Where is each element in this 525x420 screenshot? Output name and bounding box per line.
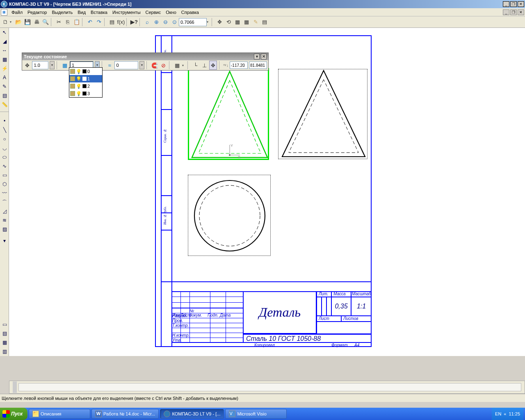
cut-button[interactable]: ✂	[54, 18, 63, 27]
pan-button[interactable]: ✥	[215, 18, 224, 27]
zoomwin-button[interactable]: ⌕	[143, 18, 152, 27]
step-input[interactable]	[32, 61, 48, 69]
zoomfit-button[interactable]: ⊙	[170, 18, 179, 27]
taskbar-item-3[interactable]: VMicrosoft Visio	[225, 409, 287, 419]
props-button[interactable]: ▤	[107, 18, 116, 27]
fillet-tool[interactable]: ⌒	[0, 198, 9, 206]
polygon-tool[interactable]: ⬡	[0, 180, 9, 188]
mdi-close[interactable]: ✕	[518, 9, 524, 15]
close-button[interactable]: ✕	[518, 1, 524, 7]
panel-btn2[interactable]: ▤	[0, 329, 9, 338]
refresh-button[interactable]: ▦	[233, 18, 242, 27]
chevron-down-icon[interactable]: ▾	[0, 237, 9, 245]
new-button[interactable]: 🗋	[1, 18, 10, 27]
rect-tool[interactable]: ▭	[0, 171, 9, 179]
snap-on-icon[interactable]: 🧲	[151, 61, 158, 70]
coord-y[interactable]	[249, 62, 267, 69]
ortho-icon[interactable]: └	[192, 61, 199, 70]
doc-icon: ▦	[1, 9, 7, 16]
panel-btn4[interactable]: ▥	[0, 347, 9, 356]
edit-tool[interactable]: ✎	[0, 82, 9, 91]
pointer-tool[interactable]: ↖	[0, 28, 9, 37]
circle-tool[interactable]: ○	[0, 135, 9, 143]
open-button[interactable]: 📂	[14, 18, 23, 27]
menu-insert[interactable]: Вставка	[88, 9, 110, 16]
spline-tool[interactable]: ∿	[0, 162, 9, 170]
restore-button[interactable]: ❐	[510, 1, 517, 7]
redo-button[interactable]: ↷	[94, 18, 103, 27]
minimize-button[interactable]: _	[503, 1, 509, 7]
layer-row-0[interactable]: 💡0	[69, 68, 102, 75]
menu-select[interactable]: Выделить	[49, 9, 75, 16]
float-titlebar[interactable]: Текущее состояние ▾ ✕	[22, 53, 268, 60]
layer-row-1[interactable]: 💡1	[69, 75, 102, 82]
text-tool[interactable]: А	[0, 73, 9, 82]
hatch-tool[interactable]: ▦	[0, 55, 9, 64]
vars-button[interactable]: f(x)	[116, 18, 126, 27]
system-tray[interactable]: EN « 11:25	[492, 408, 523, 420]
start-button[interactable]: Пуск	[0, 408, 27, 420]
geometry-tool[interactable]: ◢	[0, 37, 9, 46]
arc-tool[interactable]: ◡	[0, 144, 9, 152]
measure-tool[interactable]: 📏	[0, 100, 9, 109]
float-dropdown-icon[interactable]: ▾	[254, 54, 260, 59]
float-close-icon[interactable]: ✕	[261, 54, 267, 59]
rebuild-button[interactable]: ✎	[251, 18, 260, 27]
coord-x[interactable]	[230, 62, 248, 69]
print-button[interactable]: 🖶	[32, 18, 41, 27]
save-button[interactable]: 💾	[23, 18, 32, 27]
grid-icon[interactable]: ▦	[173, 61, 181, 70]
taskbar-item-0[interactable]: 📁Описания	[29, 409, 90, 419]
menu-service[interactable]: Сервис	[143, 9, 164, 16]
lang-indicator[interactable]: EN	[495, 411, 501, 416]
layer-dropdown-list[interactable]: 💡0 💡1 💡2 💡3	[69, 67, 103, 98]
whatsthis-button[interactable]: ▶?	[130, 18, 139, 27]
local-cs-icon[interactable]: ✥	[209, 61, 217, 70]
zoomout-button[interactable]: ⊖	[161, 18, 170, 27]
line-tool[interactable]: ╲	[0, 126, 9, 134]
perp-icon[interactable]: ⊥	[201, 61, 208, 70]
menu-editor[interactable]: Редактор	[25, 9, 49, 16]
style-drop[interactable]: ▾	[139, 61, 144, 69]
current-state-toolbar[interactable]: Текущее состояние ▾ ✕ ✥ ▾ ▦ ▾ ≈ ▾ 🧲 ⊘ ▦▾…	[22, 52, 269, 71]
redraw-button[interactable]: ▦	[242, 18, 251, 27]
palette-button[interactable]: ▤	[260, 18, 269, 27]
mdi-restore[interactable]: ❐	[510, 9, 517, 15]
taskbar-item-2[interactable]: КОМПАС-3D LT V9 - [...	[160, 409, 224, 419]
hatch-fill-tool[interactable]: ▨	[0, 225, 9, 233]
menu-window[interactable]: Окно	[163, 9, 179, 16]
paste-button[interactable]: 📋	[72, 18, 81, 27]
undo-button[interactable]: ↶	[85, 18, 94, 27]
ellipse-tool[interactable]: ⬭	[0, 153, 9, 161]
layer-row-3[interactable]: 💡3	[69, 90, 102, 97]
prev-view-button[interactable]: ⟲	[224, 18, 233, 27]
point-tool[interactable]: •	[0, 117, 9, 125]
panel-btn3[interactable]: ▦	[0, 338, 9, 347]
params-tool[interactable]: ▤	[0, 91, 9, 100]
zoom-dropdown[interactable]: ▾	[207, 20, 211, 24]
dimension-tool[interactable]: ↔	[0, 46, 9, 55]
menu-file[interactable]: Файл	[9, 9, 25, 16]
style-input[interactable]	[114, 61, 138, 69]
equidist-tool[interactable]: ≋	[0, 216, 9, 224]
layers-icon[interactable]: ▦	[61, 61, 68, 70]
linestyle-icon[interactable]: ≈	[106, 61, 113, 70]
menu-help[interactable]: Справка	[179, 9, 201, 16]
step-icon[interactable]: ✥	[23, 61, 31, 70]
layer-row-2[interactable]: 💡2	[69, 82, 102, 90]
tray-icon[interactable]: «	[504, 411, 506, 416]
zoomin-button[interactable]: ⊕	[152, 18, 161, 27]
mdi-minimize[interactable]: _	[503, 9, 509, 15]
copy-button[interactable]: ⎘	[63, 18, 72, 27]
menu-view[interactable]: Вид	[75, 9, 88, 16]
menu-tools[interactable]: Инструменты	[110, 9, 143, 16]
step-drop[interactable]: ▾	[50, 61, 55, 69]
chamfer-tool[interactable]: ◿	[0, 207, 9, 215]
curve-tool[interactable]: 〰	[0, 189, 9, 197]
panel-btn1[interactable]: ▭	[0, 320, 9, 329]
preview-button[interactable]: 🔍	[41, 18, 50, 27]
zoom-input[interactable]	[179, 18, 207, 26]
constraint-tool[interactable]: ⚡	[0, 64, 9, 73]
taskbar-item-1[interactable]: WРабота № 14.doc - Micr...	[91, 409, 159, 419]
snap-off-icon[interactable]: ⊘	[160, 61, 167, 70]
